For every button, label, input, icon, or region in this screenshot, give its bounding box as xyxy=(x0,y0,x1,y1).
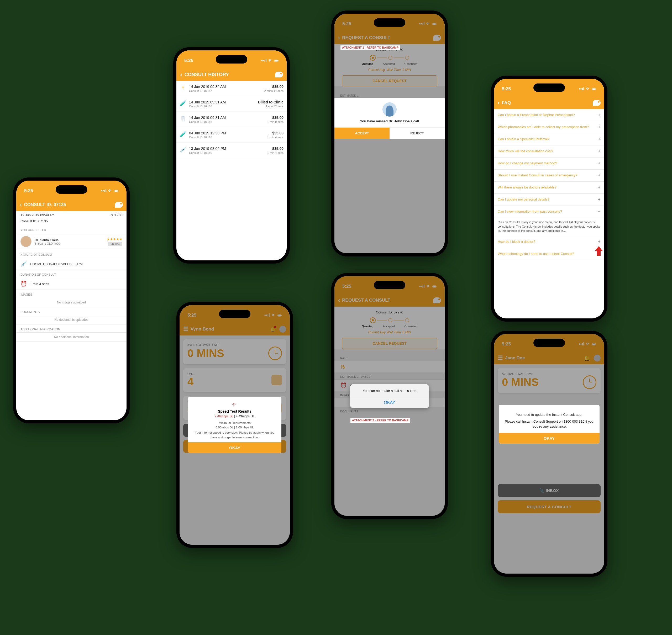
history-row[interactable]: + 14 Jun 2019 09:32 AM Consult ID: 07157… xyxy=(176,81,287,96)
missed-call-modal: You have missed Dr. John Doe's call ACCE… xyxy=(334,97,445,139)
faq-item[interactable]: How do I block a doctor?+ xyxy=(494,236,604,248)
section-nature: NATURE OF CONSULT xyxy=(16,250,127,258)
status-time: 5:25 xyxy=(24,188,33,194)
consult-price: $ 35.00 xyxy=(111,213,122,217)
notch xyxy=(219,310,251,318)
additional-empty: No additional information xyxy=(16,333,127,342)
nature-value: COSMETIC INJECTABLES FORM xyxy=(30,262,83,266)
faq-question: Will there always be doctors available? xyxy=(498,185,594,190)
modal-overlay: ᯤ Speed Test Results 2.46mbps DL | 4.43m… xyxy=(179,305,290,545)
row-consult-id: Consult ID: 07156 xyxy=(189,120,252,123)
consult-type-icon: 🧪 xyxy=(179,100,187,106)
history-row[interactable]: 🦷 14 Jun 2019 09:31 AM Consult ID: 07156… xyxy=(176,112,287,127)
svg-rect-4 xyxy=(275,60,278,61)
phone-missed-call: 5:25••ılᯤ ‹REQUEST A CONSULT Consult ID:… xyxy=(331,10,448,257)
faq-item[interactable]: Can I obtain a Prescription or Repeat Pr… xyxy=(494,109,604,121)
update-modal: You need to update the Instant Consult a… xyxy=(499,405,600,444)
annotation-1: ATTACHMENT 1 - REFER TO BASECAMP xyxy=(340,45,400,50)
doctor-avatar-icon xyxy=(20,236,31,247)
svg-rect-17 xyxy=(596,88,596,89)
faq-item[interactable]: Can I obtain a Specialist Referral?+ xyxy=(494,133,604,146)
back-icon[interactable]: ‹ xyxy=(180,71,182,79)
nature-row: 💉 COSMETIC INJECTABLES FORM xyxy=(16,258,127,270)
section-images: IMAGES xyxy=(16,290,127,298)
ios-alert: You can not make a call at this time OKA… xyxy=(350,384,429,408)
brand-logo-icon xyxy=(275,72,283,78)
faq-answer: Click on Consult History in your side me… xyxy=(494,218,604,236)
doctor-location: Brisbane QLD 4000 xyxy=(35,242,104,245)
notch xyxy=(534,338,565,347)
alert-message: You can not make a call at this time xyxy=(350,384,429,397)
section-you-consulted: YOU CONSULTED xyxy=(16,225,127,233)
missed-call-message: You have missed Dr. John Doe's call xyxy=(334,119,445,127)
syringe-icon: 💉 xyxy=(20,261,27,267)
faq-item-expanded[interactable]: Can I view information from past consult… xyxy=(494,206,604,218)
modal-req-label: Minimum Requirements xyxy=(192,421,278,425)
consult-type-icon: 💉 xyxy=(179,147,187,153)
back-icon[interactable]: ‹ xyxy=(498,100,500,106)
plus-icon: + xyxy=(598,136,601,142)
nav-title: CONSULT ID: 07135 xyxy=(24,202,66,207)
row-datetime: 14 Jun 2019 09:31 AM xyxy=(189,115,252,120)
faq-question: Should I use Instant Consult in cases of… xyxy=(498,173,594,178)
accept-button[interactable]: ACCEPT xyxy=(334,128,390,139)
modal-okay-button[interactable]: OKAY xyxy=(499,433,600,444)
faq-item[interactable]: Can I update my personal details?+ xyxy=(494,194,604,206)
svg-rect-2 xyxy=(118,190,118,191)
history-row[interactable]: 🧪 14 Jun 2019 09:31 AM Consult ID: 07155… xyxy=(176,96,287,112)
section-additional: ADDITIONAL INFORMATION xyxy=(16,325,127,332)
red-arrow-icon xyxy=(595,246,603,256)
notch xyxy=(374,18,405,27)
row-duration: 1 min 9 secs xyxy=(255,120,283,123)
modal-speed-ul: | 4.43mbps UL xyxy=(233,415,255,418)
alert-okay-button[interactable]: OKAY xyxy=(350,397,429,408)
consult-id-line: Consult ID: 07135 xyxy=(20,219,48,223)
faq-item[interactable]: What technology do I need to use Instant… xyxy=(494,248,604,260)
modal-speed-dl: 2.46mbps DL xyxy=(215,415,233,418)
plus-icon: + xyxy=(598,173,601,178)
modal-message: Your internet speed is very slow. Please… xyxy=(192,431,278,440)
faq-item[interactable]: Will there always be doctors available?+ xyxy=(494,182,604,194)
nav-bar: ‹ CONSULT HISTORY xyxy=(176,68,287,81)
doctor-row[interactable]: Dr. Santa Claus Brisbane QLD 4000 ★★★★★ … xyxy=(16,233,127,250)
history-row[interactable]: 🧪 04 Jun 2019 12:30 PM Consult ID: 07118… xyxy=(176,127,287,143)
plus-icon: + xyxy=(598,112,601,118)
faq-item[interactable]: Should I use Instant Consult in cases of… xyxy=(494,170,604,182)
modal-title: Speed Test Results xyxy=(192,409,278,413)
row-duration: 1 min 52 secs xyxy=(255,105,283,108)
plus-icon: + xyxy=(598,149,601,154)
section-documents: DOCUMENTS xyxy=(16,307,127,315)
row-price: Billed to Clinic xyxy=(255,100,283,104)
block-doctor-badge[interactable]: ⦸ BLOCK xyxy=(108,242,122,246)
modal-line-2: Please call Instant Consult Support on 1… xyxy=(504,419,594,429)
reject-button[interactable]: REJECT xyxy=(390,128,445,139)
consult-datetime: 12 Jun 2019 09:49 am xyxy=(20,213,55,217)
consult-type-icon: 🧪 xyxy=(179,131,187,137)
plus-icon: + xyxy=(598,239,601,245)
speed-test-modal: ᯤ Speed Test Results 2.46mbps DL | 4.43m… xyxy=(188,397,281,453)
annotation-2: ATTACHMENT 2 - REFER TO BASECAMP xyxy=(350,418,410,423)
notch xyxy=(534,84,565,92)
notch xyxy=(374,281,405,289)
faq-item[interactable]: How much will the consultation cost?+ xyxy=(494,146,604,157)
faq-item[interactable]: Which pharmacies am I able to collect my… xyxy=(494,121,604,133)
consult-type-icon: + xyxy=(179,85,187,91)
back-icon[interactable]: ‹ xyxy=(20,201,22,208)
row-price: $35.00 xyxy=(255,85,283,89)
row-duration: 2 mins 14 secs xyxy=(255,89,283,92)
modal-okay-button[interactable]: OKAY xyxy=(188,442,281,453)
status-icons: ••ılᯤ xyxy=(101,188,118,194)
svg-rect-5 xyxy=(278,60,279,61)
row-duration: 1 min 4 secs xyxy=(255,151,283,154)
modal-line-1: You need to update the Instant Consult a… xyxy=(504,412,594,417)
minus-icon: − xyxy=(598,209,601,215)
faq-item[interactable]: How do I change my payment method?+ xyxy=(494,157,604,170)
section-duration: DURATION OF CONSULT xyxy=(16,270,127,278)
faq-question: Can I obtain a Specialist Referral? xyxy=(498,137,594,141)
clock-icon: ⏰ xyxy=(20,281,27,287)
row-datetime: 14 Jun 2019 09:32 AM xyxy=(189,85,252,89)
phone-update-app: 5:25••ılᯤ ☰Jane Doe 🔔 AVERAGE WAIT TIME … xyxy=(491,331,607,577)
row-datetime: 04 Jun 2019 12:30 PM xyxy=(189,131,252,135)
history-row[interactable]: 💉 13 Jun 2019 03:06 PM Consult ID: 07150… xyxy=(176,143,287,158)
nav-title: CONSULT HISTORY xyxy=(185,72,229,78)
